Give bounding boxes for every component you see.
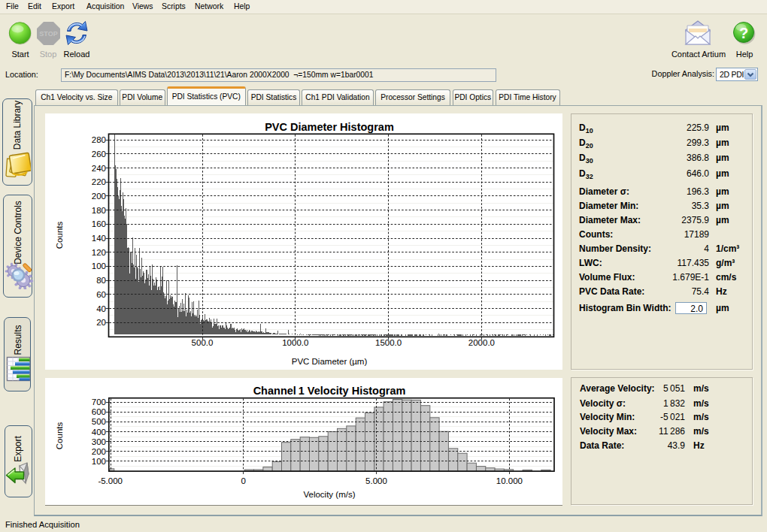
svg-text:160: 160 <box>92 219 106 228</box>
svg-text:40: 40 <box>96 304 106 313</box>
svg-text:0: 0 <box>241 476 245 485</box>
svg-text:Counts: Counts <box>55 422 64 450</box>
svg-text:220: 220 <box>92 177 106 186</box>
svg-text:80: 80 <box>96 276 106 285</box>
svg-text:500.0: 500.0 <box>192 338 214 347</box>
svg-text:PVC Diameter (µm): PVC Diameter (µm) <box>292 357 368 366</box>
svg-text:1500.0: 1500.0 <box>375 338 402 347</box>
svg-text:-5.000: -5.000 <box>98 476 123 485</box>
svg-text:400: 400 <box>92 428 106 437</box>
svg-text:140: 140 <box>92 234 106 243</box>
svg-text:300: 300 <box>92 437 106 446</box>
svg-text:260: 260 <box>92 150 106 159</box>
svg-text:10.000: 10.000 <box>496 476 523 485</box>
svg-text:120: 120 <box>92 248 106 257</box>
svg-text:700: 700 <box>92 397 106 407</box>
svg-text:?: ? <box>739 25 748 41</box>
svg-text:240: 240 <box>92 164 106 173</box>
svg-text:100: 100 <box>92 457 106 466</box>
svg-text:280: 280 <box>92 135 106 144</box>
svg-text:200: 200 <box>92 192 106 201</box>
svg-text:180: 180 <box>92 206 106 215</box>
svg-text:500: 500 <box>92 417 106 426</box>
svg-text:5.000: 5.000 <box>365 476 387 485</box>
svg-text:600: 600 <box>92 407 106 416</box>
svg-text:STOP: STOP <box>39 30 57 38</box>
svg-text:2000.0: 2000.0 <box>468 338 495 347</box>
svg-text:100: 100 <box>92 261 106 271</box>
svg-text:20: 20 <box>96 318 106 327</box>
svg-text:Channel 1 Velocity Histogram: Channel 1 Velocity Histogram <box>253 385 406 397</box>
svg-text:PVC Diameter Histogram: PVC Diameter Histogram <box>265 121 394 133</box>
svg-text:60: 60 <box>96 290 106 299</box>
svg-text:1000.0: 1000.0 <box>282 338 308 347</box>
svg-text:Counts: Counts <box>55 222 64 249</box>
svg-text:200: 200 <box>92 447 106 456</box>
svg-text:Velocity (m/s): Velocity (m/s) <box>303 490 355 499</box>
